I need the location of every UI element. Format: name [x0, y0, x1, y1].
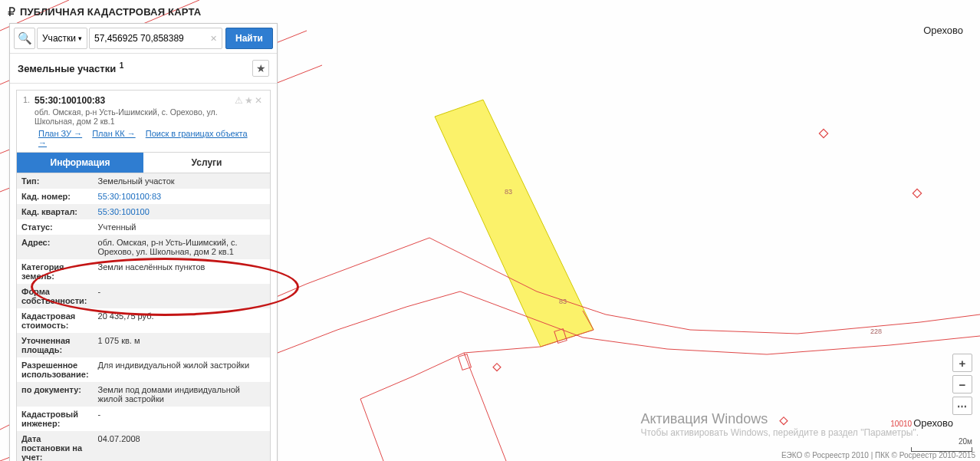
svg-rect-8 [913, 189, 921, 197]
result-cadastral-number[interactable]: 55:30:100100:83 [35, 95, 235, 106]
zoom-in-button[interactable]: + [952, 354, 972, 372]
results-heading: Земельные участки 1 [18, 61, 123, 74]
map-more-button[interactable]: ⋯ [952, 397, 972, 415]
svg-rect-7 [819, 129, 827, 137]
page-title: ПУБЛИЧНАЯ КАДАСТРОВАЯ КАРТА [20, 6, 201, 18]
rosreestr-logo-icon: ₽ [8, 5, 15, 19]
clear-icon[interactable]: ✕ [207, 34, 219, 44]
map-attribution: ЕЭКО © Росреестр 2010 | ПКК © Росреестр … [781, 451, 975, 459]
parcel-label: 83 [505, 188, 512, 196]
tab-services[interactable]: Услуги [143, 152, 270, 173]
map-zoom-controls: + − ⋯ [952, 354, 972, 415]
search-icon[interactable]: 🔍 [14, 28, 35, 49]
plan-kk-link[interactable]: План КК → [92, 129, 135, 138]
place-name-label: Орехово [923, 25, 963, 36]
plan-zu-link[interactable]: План ЗУ → [38, 129, 82, 138]
parcel-label: 83 [559, 298, 567, 305]
map-scale: 20м [911, 437, 972, 452]
card-action-icons[interactable]: ⚠★✕ [235, 95, 264, 126]
cadq-link[interactable]: 55:30:100100 [94, 204, 270, 219]
search-button[interactable]: Найти [225, 28, 273, 49]
street-label: 228 [870, 328, 882, 335]
search-results-panel: 🔍 Участки▾ ✕ Найти Земельные участки 1 ★… [9, 23, 278, 461]
svg-marker-0 [435, 100, 594, 347]
tab-info[interactable]: Информация [17, 152, 143, 173]
result-card: 1. 55:30:100100:83 обл. Омская, р-н Усть… [16, 90, 271, 461]
svg-rect-9 [493, 364, 501, 371]
windows-watermark: Активация Windows Чтобы активировать Win… [640, 411, 919, 438]
svg-rect-5 [459, 354, 472, 370]
result-address: обл. Омская, р-н Усть-Ишимский, с. Орехо… [35, 107, 235, 126]
result-index: 1. [23, 95, 35, 126]
zoom-out-button[interactable]: − [952, 375, 972, 393]
properties-table: Тип:Земельный участок Кад. номер:55:30:1… [17, 173, 270, 461]
layer-selector[interactable]: Участки▾ [37, 28, 87, 49]
cadnum-link[interactable]: 55:30:100100:83 [94, 189, 270, 204]
favorite-icon[interactable]: ★ [252, 60, 269, 77]
search-input[interactable] [89, 28, 222, 49]
